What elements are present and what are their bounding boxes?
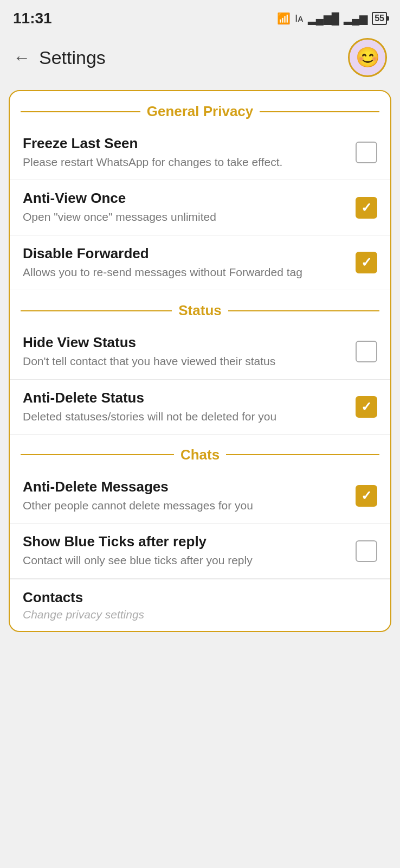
contacts-section: Contacts Change privacy settings [10, 579, 390, 631]
section-status-title: Status [178, 302, 221, 319]
checkbox-show-blue-ticks[interactable] [356, 540, 377, 562]
status-time: 11:31 [13, 10, 52, 27]
setting-text-hide-view-status: Hide View Status Don't tell contact that… [23, 334, 356, 369]
section-line-right [260, 111, 379, 112]
setting-desc-anti-delete-messages: Other people cannot delete messages for … [23, 497, 345, 513]
section-line-left-chats [21, 454, 174, 455]
setting-text-anti-delete-status: Anti-Delete Status Deleted statuses/stor… [23, 390, 356, 424]
setting-disable-forwarded: Disable Forwarded Allows you to re-send … [10, 235, 390, 290]
avatar[interactable]: 😊 [348, 38, 387, 77]
section-line-right-chats [226, 454, 379, 455]
section-line-right-status [228, 310, 379, 311]
checkbox-anti-delete-messages[interactable] [356, 485, 377, 507]
signal-icon-1: Ⅰᴀ [295, 12, 304, 24]
setting-anti-delete-status: Anti-Delete Status Deleted statuses/stor… [10, 380, 390, 435]
status-bar: 11:31 📶 Ⅰᴀ ▂▄▆█ ▂▄▆ 55 [0, 0, 400, 33]
setting-text-anti-view-once: Anti-View Once Open "view once" messages… [23, 190, 356, 225]
section-general-privacy-header: General Privacy [10, 91, 390, 125]
setting-freeze-last-seen: Freeze Last Seen Please restart WhatsApp… [10, 125, 390, 180]
setting-text-freeze-last-seen: Freeze Last Seen Please restart WhatsApp… [23, 135, 356, 170]
avatar-emoji: 😊 [356, 46, 380, 69]
section-status-header: Status [10, 290, 390, 324]
checkbox-anti-delete-status[interactable] [356, 396, 377, 418]
signal-bars-icon: ▂▄▆█ [308, 12, 339, 25]
section-chats-header: Chats [10, 435, 390, 469]
setting-text-anti-delete-messages: Anti-Delete Messages Other people cannot… [23, 478, 356, 513]
app-header: ← Settings 😊 [0, 33, 400, 86]
checkbox-anti-view-once[interactable] [356, 197, 377, 219]
status-icons: 📶 Ⅰᴀ ▂▄▆█ ▂▄▆ 55 [277, 12, 387, 25]
contacts-title: Contacts [23, 589, 377, 606]
setting-desc-freeze-last-seen: Please restart WhatsApp for changes to t… [23, 154, 345, 170]
section-line-left-status [21, 310, 172, 311]
section-line-left [21, 111, 140, 112]
settings-card: General Privacy Freeze Last Seen Please … [9, 90, 391, 632]
setting-title-anti-view-once: Anti-View Once [23, 190, 345, 207]
setting-title-freeze-last-seen: Freeze Last Seen [23, 135, 345, 152]
setting-text-disable-forwarded: Disable Forwarded Allows you to re-send … [23, 245, 356, 280]
checkbox-freeze-last-seen[interactable] [356, 142, 377, 163]
section-general-privacy-title: General Privacy [147, 103, 254, 120]
setting-desc-hide-view-status: Don't tell contact that you have viewed … [23, 353, 345, 369]
setting-text-show-blue-ticks: Show Blue Ticks after reply Contact will… [23, 533, 356, 568]
battery-icon: 55 [372, 12, 387, 25]
setting-show-blue-ticks: Show Blue Ticks after reply Contact will… [10, 524, 390, 578]
setting-desc-disable-forwarded: Allows you to re-send messages without F… [23, 264, 345, 280]
setting-hide-view-status: Hide View Status Don't tell contact that… [10, 324, 390, 379]
setting-title-anti-delete-status: Anti-Delete Status [23, 390, 345, 406]
wifi-icon: 📶 [277, 12, 291, 25]
setting-title-disable-forwarded: Disable Forwarded [23, 245, 345, 262]
page-title: Settings [39, 47, 106, 68]
setting-title-show-blue-ticks: Show Blue Ticks after reply [23, 533, 345, 550]
signal-bars-icon-2: ▂▄▆ [344, 12, 367, 25]
header-left: ← Settings [13, 47, 106, 68]
checkbox-hide-view-status[interactable] [356, 341, 377, 362]
contacts-desc: Change privacy settings [23, 608, 377, 621]
setting-anti-view-once: Anti-View Once Open "view once" messages… [10, 180, 390, 235]
setting-anti-delete-messages: Anti-Delete Messages Other people cannot… [10, 469, 390, 524]
setting-title-hide-view-status: Hide View Status [23, 334, 345, 351]
setting-desc-anti-view-once: Open "view once" messages unlimited [23, 209, 345, 225]
section-chats-title: Chats [180, 446, 220, 463]
setting-desc-show-blue-ticks: Contact will only see blue ticks after y… [23, 552, 345, 568]
setting-desc-anti-delete-status: Deleted statuses/stories will not be del… [23, 409, 345, 424]
setting-title-anti-delete-messages: Anti-Delete Messages [23, 478, 345, 495]
back-button[interactable]: ← [13, 48, 30, 68]
checkbox-disable-forwarded[interactable] [356, 252, 377, 273]
